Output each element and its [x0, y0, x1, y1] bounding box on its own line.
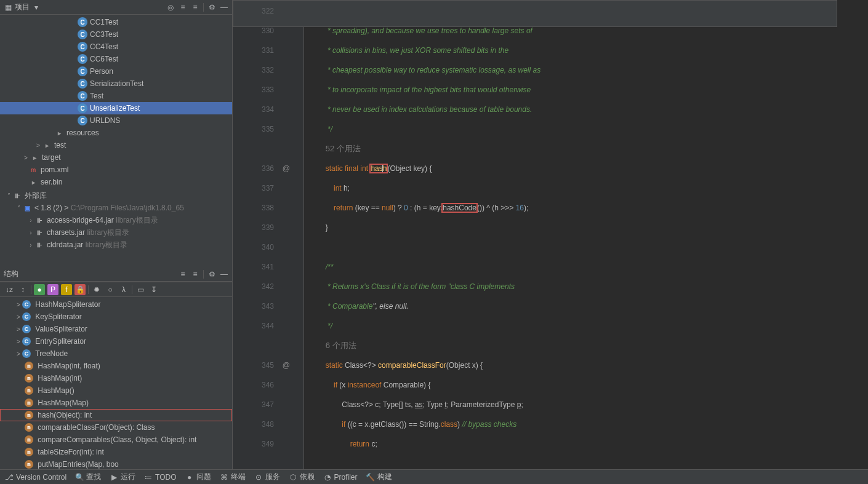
tree-row[interactable]: CCC4Test	[0, 41, 232, 53]
folder-icon: ▸	[28, 177, 38, 187]
chevron-down-icon: ˅	[15, 205, 22, 212]
separator	[88, 285, 89, 294]
jar-tag: library根目录	[86, 240, 128, 250]
tree-row[interactable]: CCC6Test	[0, 53, 232, 65]
deps-button[interactable]: ⬡依赖	[289, 472, 315, 482]
target-icon[interactable]: ◎	[166, 3, 175, 12]
filter-icon[interactable]: f	[61, 284, 72, 295]
structure-row[interactable]: >C KeySpliterator	[0, 311, 232, 323]
jdk-row[interactable]: ˅▣< 1.8 (2) > C:\Program Files\Java\jdk1…	[0, 202, 232, 214]
jar-row[interactable]: ›⊪charsets.jar library根目录	[0, 226, 232, 239]
tree-row[interactable]: CUnserializeTest	[0, 102, 232, 114]
structure-row[interactable]: m HashMap(int)	[0, 372, 232, 384]
problems-button[interactable]: ●问题	[185, 472, 211, 482]
structure-row[interactable]: m HashMap()	[0, 384, 232, 397]
separator	[203, 3, 204, 12]
structure-label: hash(Object): int	[38, 411, 92, 419]
sort-icon[interactable]: ↕	[17, 284, 28, 295]
structure-row[interactable]: m tableSizeFor(int): int	[0, 446, 232, 458]
filter-icon[interactable]: ○	[105, 284, 116, 295]
run-button[interactable]: ▶运行	[110, 472, 135, 482]
method-icon: m	[25, 386, 33, 395]
external-libs[interactable]: ˅⊪外部库	[0, 189, 232, 202]
file-label: UnserializeTest	[90, 104, 140, 113]
tree-row[interactable]: ▸ser.bin	[0, 176, 232, 188]
todo-button[interactable]: ≔TODO	[144, 473, 176, 482]
structure-row[interactable]: >C TreeNode	[0, 347, 232, 360]
filter-icon[interactable]: λ	[118, 284, 129, 295]
bottom-toolbar: ⎇Version Control 🔍查找 ▶运行 ≔TODO ●问题 ⌘终端 ⊙…	[0, 469, 868, 484]
expand-icon[interactable]: ≡	[179, 3, 187, 12]
filter-icon[interactable]: ↧	[148, 284, 159, 295]
filter-icon[interactable]: ▭	[135, 284, 146, 295]
project-header: ▦项目▾ ◎ ≡ ≡ ⚙ —	[0, 0, 232, 15]
structure-label: comparableClassFor(Object): Class	[38, 423, 155, 432]
lib-icon: ⊪	[12, 191, 22, 200]
tree-row[interactable]: CPerson	[0, 65, 232, 77]
terminal-button[interactable]: ⌘终端	[220, 472, 246, 482]
class-icon: C	[78, 91, 87, 101]
project-tree[interactable]: CCC1TestCCC3TestCCC4TestCCC6TestCPersonC…	[0, 15, 232, 267]
structure-toolbar: ↓z ↕ ● P f 🔒 ✹ ○ λ ▭ ↧	[0, 282, 232, 297]
tree-row[interactable]: >▸test	[0, 139, 232, 151]
separator	[132, 285, 132, 294]
filter-icon[interactable]: 🔒	[74, 284, 86, 295]
jar-row[interactable]: ›⊪cldrdata.jar library根目录	[0, 239, 232, 251]
structure-row[interactable]: m hash(Object): int	[0, 409, 232, 421]
profiler-button[interactable]: ◔Profiler	[323, 473, 358, 482]
tree-row[interactable]: CCC1Test	[0, 16, 232, 28]
build-button[interactable]: 🔨构建	[366, 472, 392, 482]
structure-row[interactable]: >C ValueSpliterator	[0, 323, 232, 335]
jar-label: access-bridge-64.jar	[47, 216, 114, 224]
filter-icon[interactable]: ●	[34, 284, 45, 295]
filter-icon[interactable]: P	[47, 284, 58, 295]
jar-tag: library根目录	[116, 215, 158, 226]
gear-icon[interactable]: ⚙	[207, 3, 216, 12]
hide-icon[interactable]: —	[220, 3, 228, 12]
code-editor[interactable]: 322330331332333334335336@337338339340341…	[233, 0, 868, 469]
structure-row[interactable]: m comparableClassFor(Object): Class	[0, 421, 232, 434]
filter-icon[interactable]: ✹	[91, 284, 102, 295]
structure-row[interactable]: >C HashMapSpliterator	[0, 298, 232, 311]
tree-row[interactable]: CURLDNS	[0, 114, 232, 127]
structure-label: tableSizeFor(int): int	[38, 448, 103, 456]
sort-icon[interactable]: ↓z	[4, 284, 15, 295]
structure-label: compareComparables(Class, Object, Object…	[38, 435, 196, 444]
expand-icon[interactable]: ≡	[179, 270, 187, 279]
find-button[interactable]: 🔍查找	[75, 472, 101, 482]
structure-row[interactable]: m HashMap(Map)	[0, 397, 232, 409]
chevron-icon: >	[15, 351, 22, 357]
services-icon: ⊙	[254, 473, 263, 482]
deps-icon: ⬡	[289, 473, 297, 482]
file-label: Person	[90, 67, 113, 76]
folder-icon: ▸	[30, 153, 39, 162]
structure-panel: ↓z ↕ ● P f 🔒 ✹ ○ λ ▭ ↧ >C HashMapSpliter…	[0, 282, 232, 469]
tree-row[interactable]: ▸resources	[0, 127, 232, 139]
gear-icon[interactable]: ⚙	[207, 270, 216, 279]
structure-label: KeySpliterator	[35, 312, 81, 321]
tree-row[interactable]: CSerializationTest	[0, 77, 232, 90]
structure-row[interactable]: m putMapEntries(Map, boo	[0, 458, 232, 469]
services-button[interactable]: ⊙服务	[254, 472, 280, 482]
jar-row[interactable]: ›⊪access-bridge-64.jar library根目录	[0, 214, 232, 226]
tree-row[interactable]: CTest	[0, 90, 232, 102]
structure-row[interactable]: >C EntrySpliterator	[0, 335, 232, 347]
file-label: test	[54, 141, 66, 149]
profiler-icon: ◔	[323, 473, 332, 482]
parameter-hint	[233, 0, 837, 27]
vcs-button[interactable]: ⎇Version Control	[5, 473, 66, 482]
tree-row[interactable]: mpom.xml	[0, 164, 232, 176]
chevron-icon: ›	[27, 229, 34, 236]
structure-title: 结构	[4, 269, 18, 279]
collapse-icon[interactable]: ≡	[191, 270, 199, 279]
tree-row[interactable]: CCC3Test	[0, 28, 232, 41]
structure-label: TreeNode	[35, 349, 68, 358]
code-area[interactable]: * to lower. Because the table uses power…	[304, 0, 868, 469]
collapse-icon[interactable]: ≡	[191, 3, 199, 12]
gutter[interactable]: 322330331332333334335336@337338339340341…	[233, 0, 304, 469]
chevron-down-icon[interactable]: ▾	[32, 3, 41, 12]
tree-row[interactable]: >▸target	[0, 151, 232, 164]
hide-icon[interactable]: —	[220, 270, 228, 279]
structure-row[interactable]: m compareComparables(Class, Object, Obje…	[0, 434, 232, 446]
structure-row[interactable]: m HashMap(int, float)	[0, 360, 232, 372]
